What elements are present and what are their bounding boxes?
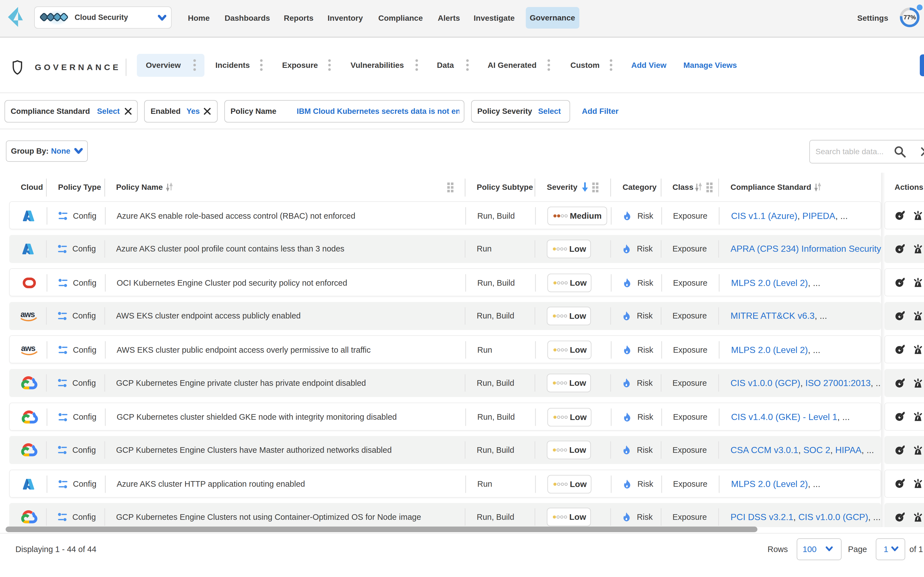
svg-text:aws: aws [21,344,35,353]
svg-text:aws: aws [21,310,35,319]
